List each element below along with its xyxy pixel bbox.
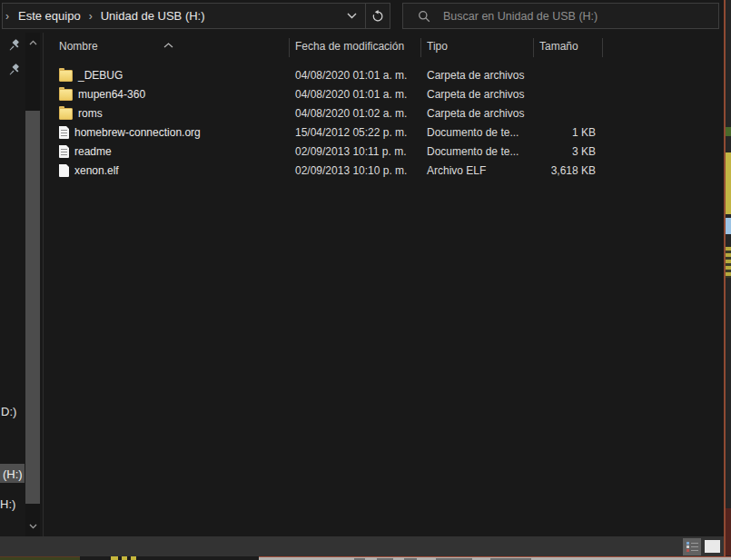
- breadcrumb-item-este-equipo[interactable]: Este equipo: [13, 9, 86, 23]
- file-date: 04/08/2020 01:01 a. m.: [289, 88, 420, 101]
- background-sliver-right: [726, 0, 731, 560]
- sidebar-item-partial-h[interactable]: H:): [0, 497, 15, 511]
- pin-icon: [8, 39, 21, 55]
- file-type-icon: [59, 145, 69, 158]
- column-divider[interactable]: [602, 38, 603, 57]
- scrollbar-down-button[interactable]: [25, 518, 40, 535]
- breadcrumb-separator: ›: [86, 10, 95, 23]
- column-divider[interactable]: [420, 38, 421, 57]
- address-bar[interactable]: › Este equipo › Unidad de USB (H:): [2, 3, 390, 29]
- chevron-up-icon: [29, 40, 37, 45]
- column-header-nombre[interactable]: Nombre: [44, 40, 289, 53]
- file-name: _DEBUG: [78, 69, 123, 82]
- column-header-tipo[interactable]: Tipo: [420, 40, 533, 53]
- thumbnail-view-button[interactable]: [704, 539, 721, 554]
- search-placeholder: Buscar en Unidad de USB (H:): [443, 10, 598, 23]
- chevron-down-icon: [29, 524, 37, 529]
- file-date: 02/09/2013 10:11 p. m.: [289, 145, 420, 158]
- file-date: 04/08/2020 01:02 a. m.: [289, 107, 420, 120]
- file-row[interactable]: xenon.elf 02/09/2013 10:10 p. m. Archivo…: [44, 161, 679, 180]
- file-type: Archivo ELF: [420, 164, 533, 177]
- file-row[interactable]: _DEBUG 04/08/2020 01:01 a. m. Carpeta de…: [44, 65, 679, 84]
- breadcrumb-leading-separator: ›: [3, 10, 13, 23]
- file-type-icon: [59, 68, 73, 83]
- file-name: roms: [78, 107, 103, 120]
- status-bar: [0, 536, 724, 556]
- scrollbar-up-button[interactable]: [25, 34, 40, 51]
- file-type: Documento de te...: [420, 145, 533, 158]
- details-view-icon: [687, 542, 698, 552]
- details-view-button[interactable]: [683, 538, 701, 555]
- chevron-down-icon: [347, 13, 357, 19]
- pin-icon: [8, 64, 21, 80]
- explorer-window: › Este equipo › Unidad de USB (H:) Busca…: [0, 0, 731, 560]
- file-date: 02/09/2013 10:10 p. m.: [289, 164, 420, 177]
- file-row[interactable]: roms 04/08/2020 01:02 a. m. Carpeta de a…: [44, 103, 679, 123]
- file-size: 3,618 KB: [533, 164, 602, 177]
- file-row[interactable]: mupen64-360 04/08/2020 01:01 a. m. Carpe…: [44, 84, 679, 103]
- file-row[interactable]: readme 02/09/2013 10:11 p. m. Documento …: [44, 142, 679, 161]
- file-size: 3 KB: [533, 145, 602, 158]
- file-type: Carpeta de archivos: [420, 107, 533, 120]
- search-input[interactable]: Buscar en Unidad de USB (H:): [402, 3, 719, 29]
- thumbnail-view-icon: [705, 540, 720, 553]
- column-divider[interactable]: [289, 38, 290, 57]
- file-type-icon: [59, 87, 73, 102]
- column-header-row: Nombre Fecha de modificación Tipo Tamaño: [44, 40, 602, 53]
- sidebar-item-partial-d[interactable]: D:): [1, 405, 16, 418]
- search-icon: [418, 10, 430, 23]
- file-type-icon: [59, 164, 69, 177]
- file-name: readme: [74, 145, 112, 158]
- scrollbar-thumb[interactable]: [25, 111, 40, 504]
- file-name: xenon.elf: [74, 164, 119, 177]
- column-divider[interactable]: [533, 38, 534, 57]
- refresh-button[interactable]: [366, 4, 390, 28]
- file-size: 1 KB: [533, 126, 602, 139]
- file-name: homebrew-connection.org: [74, 126, 201, 139]
- file-row[interactable]: homebrew-connection.org 15/04/2012 05:22…: [44, 123, 679, 142]
- file-list: _DEBUG 04/08/2020 01:01 a. m. Carpeta de…: [44, 65, 679, 180]
- background-sliver-bottom: [0, 556, 731, 560]
- file-type: Documento de te...: [420, 126, 533, 139]
- file-date: 15/04/2012 05:22 p. m.: [289, 126, 420, 139]
- sidebar-scrollbar[interactable]: [25, 33, 40, 536]
- file-type: Carpeta de archivos: [420, 69, 533, 82]
- file-date: 04/08/2020 01:01 a. m.: [289, 69, 420, 82]
- sidebar-item-partial-h-selected[interactable]: (H:): [3, 467, 23, 481]
- address-dropdown-button[interactable]: [338, 4, 365, 28]
- breadcrumb-item-usb-drive[interactable]: Unidad de USB (H:): [95, 9, 211, 23]
- column-header-fecha[interactable]: Fecha de modificación: [289, 40, 420, 53]
- column-header-tamano[interactable]: Tamaño: [533, 40, 602, 53]
- refresh-icon: [371, 10, 384, 23]
- file-type-icon: [59, 106, 73, 121]
- file-type: Carpeta de archivos: [420, 88, 533, 101]
- file-name: mupen64-360: [78, 88, 145, 101]
- file-type-icon: [59, 126, 69, 139]
